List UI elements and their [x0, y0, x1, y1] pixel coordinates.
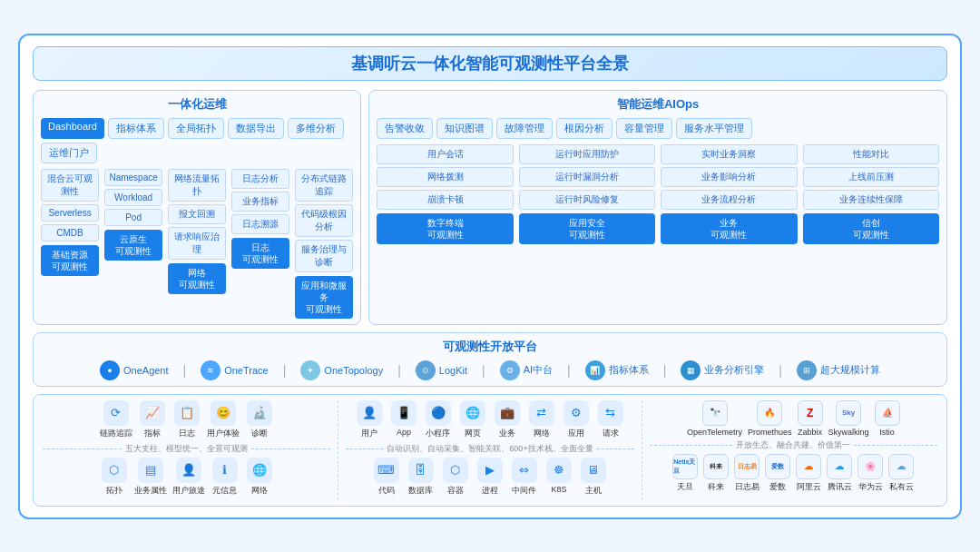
diag-icon: 🔬: [247, 400, 272, 426]
main-container: 基调听云一体化智能可观测性平台全景 一体化运维 Dashboard 指标体系 全…: [18, 34, 962, 519]
brand-zabbix: Z Zabbix: [798, 400, 823, 437]
meta-icon: ℹ: [212, 458, 238, 483]
brand-tiandan: Netis天旦 天旦: [672, 454, 698, 493]
metric-label: 指标体系: [609, 363, 649, 377]
divider2: |: [283, 363, 287, 378]
icon-item-biz2: 💼 业务: [493, 400, 522, 439]
k8s-icon: ☸: [546, 458, 572, 483]
biz-attr-label: 业务属性: [134, 485, 167, 497]
zabbix-label: Zabbix: [798, 428, 822, 437]
obs-item-req-resp: 请求响应治理: [168, 227, 226, 260]
icon-item-code: ⌨ 代码: [372, 458, 401, 497]
obs-item-vuln: 运行时漏洞分析: [519, 167, 655, 187]
tab-sla[interactable]: 服务水平管理: [676, 118, 752, 139]
onetopology-icon: ✦: [300, 360, 320, 380]
platform-items: ● OneAgent | ≋ OneTrace | ✦ OneTopology …: [43, 360, 937, 380]
left-obs-grid: 混合云可观测性 Serverless CMDB 基础资源可观测性 Namespa…: [41, 169, 353, 319]
icon-item-log: 📋 日志: [172, 400, 201, 439]
istio-label: Istio: [879, 428, 895, 437]
meta-label: 元信息: [212, 485, 237, 497]
huawei-label: 华为云: [858, 481, 883, 493]
icon-item-metric: 📈 指标: [138, 400, 167, 439]
tab-portal[interactable]: 运维门户: [41, 143, 97, 163]
brand-prometheus: 🔥 Promethues: [748, 400, 792, 437]
brand-aliyun: ☁ 阿里云: [796, 454, 821, 493]
col3-label-text: 开放生态、融合共建、价值第一: [736, 439, 850, 451]
tab-alert[interactable]: 告警收敛: [377, 118, 433, 139]
brand-grid-bottom: Netis天旦 天旦 科来 科来 日志易 日志易 爱数 爱数: [650, 454, 937, 493]
biz-attr-icon: ▤: [138, 458, 163, 483]
ux-icon: 😊: [211, 400, 236, 426]
icon-item-user-journey: 👤 用户旅途: [172, 458, 205, 497]
icon-grid-col1-top: ⟳ 链路追踪 📈 指标 📋 日志 😊 用户体验: [43, 400, 330, 439]
icon-item-db: 🗄 数据库: [407, 458, 436, 497]
obs-col-cloud: Namespace Workload Pod 云原生可观测性: [104, 169, 162, 319]
main-title: 基调听云一体化智能可观测性平台全景: [33, 46, 947, 81]
net2-icon: ⇄: [529, 400, 554, 426]
icon-item-meta: ℹ 元信息: [211, 458, 240, 497]
obs-item-trace: 分布式链路追踪: [295, 169, 353, 202]
user-icon: 👤: [357, 400, 382, 426]
brand-grid-top: 🔭 OpenTelemetry 🔥 Promethues Z Zabbix Sk…: [650, 400, 937, 437]
icon-item-k8s: ☸ K8S: [544, 458, 573, 497]
container-icon: ⬡: [443, 458, 468, 483]
middleware-icon: ⇔: [512, 458, 537, 483]
log-label: 日志: [179, 428, 195, 439]
obs-badge-infra: 基础资源可观测性: [41, 245, 99, 276]
obs-item-service-diag: 服务治理与诊断: [295, 240, 353, 272]
obs-item-dial: 网络拨测: [377, 167, 513, 187]
tab-fault[interactable]: 故障管理: [496, 118, 553, 139]
obs-item-workload: Workload: [104, 189, 162, 206]
app-label: App: [397, 428, 411, 437]
col2-label-text: 自动识别、自动采集、智能关联、600+技术栈、全面全量: [387, 443, 593, 455]
code-label: 代码: [378, 485, 395, 497]
bottom-section: ⟳ 链路追踪 📈 指标 📋 日志 😊 用户体验: [33, 394, 947, 507]
platform-item-onetopology: ✦ OneTopology: [300, 360, 383, 380]
platform-item-metric: 📊 指标体系: [585, 360, 649, 380]
tab-dashboard[interactable]: Dashboard: [41, 118, 104, 139]
platform-item-oneagent: ● OneAgent: [100, 360, 169, 380]
istio-icon: ⛵: [875, 400, 900, 426]
right-nav-tabs: 告警收敛 知识图谱 故障管理 根因分析 容量管理 服务水平管理: [377, 118, 939, 139]
icon-item-network: 🌐 网络: [245, 458, 274, 497]
obs-item-biz-impact: 业务影响分析: [661, 167, 797, 187]
platform-item-logkit: ⊙ LogKit: [416, 360, 467, 380]
request-label: 请求: [603, 428, 619, 439]
obs-item-pod: Pod: [104, 209, 162, 226]
icon-item-app: 📱 App: [389, 400, 418, 439]
icon-item-user: 👤 用户: [355, 400, 384, 439]
obs-item-namespace: Namespace: [104, 169, 162, 186]
divider5: |: [567, 363, 571, 378]
logkit-icon: ⊙: [416, 360, 436, 380]
icon-item-host: 🖥 主机: [579, 458, 608, 497]
prometheus-icon: 🔥: [757, 400, 782, 426]
bottom-col1: ⟳ 链路追踪 📈 指标 📋 日志 😊 用户体验: [43, 400, 338, 500]
web-label: 网页: [465, 428, 481, 439]
huawei-icon: 🌸: [858, 454, 883, 479]
skywalking-icon: Sky: [836, 400, 861, 426]
private-icon: ☁: [888, 454, 914, 479]
platform-item-large-scale: ⊞ 超大规模计算: [797, 360, 880, 380]
kelai-label: 科来: [708, 481, 724, 493]
tab-export[interactable]: 数据导出: [228, 118, 284, 139]
divider1: |: [183, 363, 187, 378]
process-label: 进程: [482, 485, 498, 497]
host-label: 主机: [585, 485, 602, 497]
tab-metric[interactable]: 指标体系: [108, 118, 164, 139]
obs-item-net-topo: 网络流量拓扑: [168, 169, 226, 202]
icon-grid-col2-bottom: ⌨ 代码 🗄 数据库 ⬡ 容器 ▶ 进程: [346, 458, 633, 497]
icon-item-link-trace: ⟳ 链路追踪: [100, 400, 132, 439]
obs-item-packet: 报文回溯: [168, 204, 226, 224]
private-label: 私有云: [889, 481, 914, 493]
tab-knowledge[interactable]: 知识图谱: [436, 118, 493, 139]
tab-topo[interactable]: 全局拓扑: [168, 118, 224, 139]
rizhiyi-icon: 日志易: [734, 454, 760, 479]
tab-analysis[interactable]: 多维分析: [288, 118, 344, 139]
tab-capacity[interactable]: 容量管理: [616, 118, 672, 139]
divider7: |: [779, 363, 782, 378]
obs-item-biz-insight: 实时业务洞察: [661, 144, 797, 164]
ai-icon: ⚙: [500, 360, 520, 380]
brand-rizhiyi: 日志易 日志易: [734, 454, 760, 493]
biz-engine-label: 业务分析引擎: [704, 363, 764, 377]
tab-root-cause[interactable]: 根因分析: [556, 118, 612, 139]
